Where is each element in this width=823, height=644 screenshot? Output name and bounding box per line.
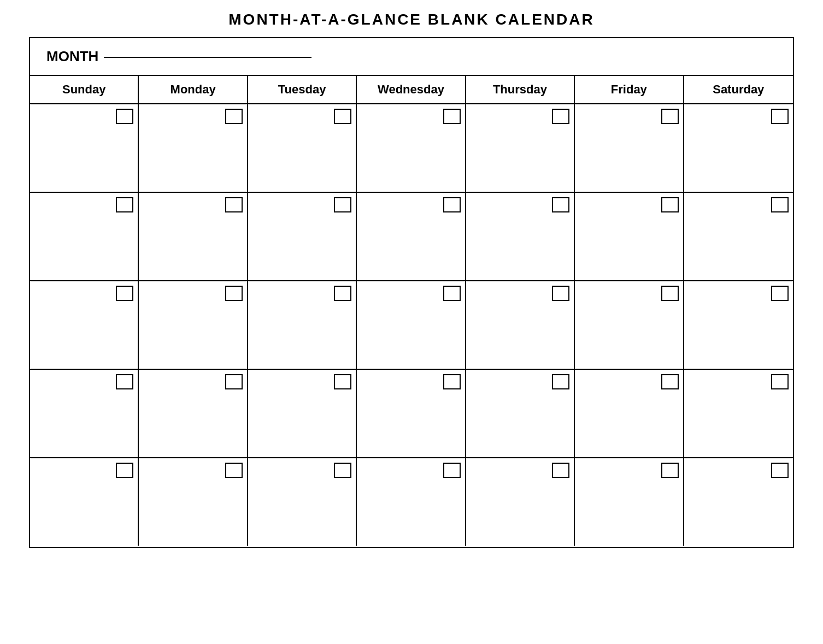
date-box[interactable] <box>552 463 569 478</box>
calendar-container: MONTH Sunday Monday Tuesday Wednesday Th… <box>29 37 794 548</box>
main-title: MONTH-AT-A-GLANCE BLANK CALENDAR <box>29 11 794 28</box>
date-box[interactable] <box>334 286 351 301</box>
date-box[interactable] <box>116 463 133 478</box>
cell-r4-c3[interactable] <box>248 370 357 457</box>
date-box[interactable] <box>443 109 461 124</box>
cell-r4-c5[interactable] <box>466 370 575 457</box>
cell-r1-c3[interactable] <box>248 104 357 192</box>
month-label: MONTH <box>46 48 98 65</box>
date-box[interactable] <box>334 109 351 124</box>
cell-r5-c4[interactable] <box>357 458 466 546</box>
date-box[interactable] <box>771 374 789 389</box>
date-box[interactable] <box>443 463 461 478</box>
cell-r5-c2[interactable] <box>139 458 248 546</box>
cell-r3-c1[interactable] <box>30 281 139 369</box>
calendar-row-1 <box>30 104 793 193</box>
date-box[interactable] <box>116 197 133 212</box>
day-header-sunday: Sunday <box>30 76 139 103</box>
date-box[interactable] <box>661 374 679 389</box>
cell-r4-c6[interactable] <box>575 370 684 457</box>
cell-r2-c3[interactable] <box>248 193 357 280</box>
cell-r4-c4[interactable] <box>357 370 466 457</box>
cell-r3-c3[interactable] <box>248 281 357 369</box>
calendar-row-5 <box>30 458 793 547</box>
date-box[interactable] <box>771 286 789 301</box>
date-box[interactable] <box>334 463 351 478</box>
date-box[interactable] <box>552 374 569 389</box>
date-box[interactable] <box>552 109 569 124</box>
cell-r2-c7[interactable] <box>684 193 793 280</box>
calendar-row-2 <box>30 193 793 281</box>
date-box[interactable] <box>116 374 133 389</box>
date-box[interactable] <box>334 197 351 212</box>
day-header-monday: Monday <box>139 76 248 103</box>
cell-r2-c5[interactable] <box>466 193 575 280</box>
cell-r4-c2[interactable] <box>139 370 248 457</box>
calendar-row-3 <box>30 281 793 370</box>
cell-r1-c1[interactable] <box>30 104 139 192</box>
date-box[interactable] <box>225 286 243 301</box>
month-header: MONTH <box>30 38 793 76</box>
date-box[interactable] <box>443 374 461 389</box>
date-box[interactable] <box>443 286 461 301</box>
date-box[interactable] <box>552 286 569 301</box>
cell-r2-c2[interactable] <box>139 193 248 280</box>
day-header-tuesday: Tuesday <box>248 76 357 103</box>
date-box[interactable] <box>771 463 789 478</box>
date-box[interactable] <box>661 463 679 478</box>
cell-r3-c6[interactable] <box>575 281 684 369</box>
cell-r2-c6[interactable] <box>575 193 684 280</box>
cell-r3-c7[interactable] <box>684 281 793 369</box>
date-box[interactable] <box>116 286 133 301</box>
cell-r3-c4[interactable] <box>357 281 466 369</box>
cell-r5-c7[interactable] <box>684 458 793 546</box>
date-box[interactable] <box>334 374 351 389</box>
day-header-saturday: Saturday <box>684 76 793 103</box>
date-box[interactable] <box>552 197 569 212</box>
cell-r5-c3[interactable] <box>248 458 357 546</box>
date-box[interactable] <box>116 109 133 124</box>
cell-r2-c4[interactable] <box>357 193 466 280</box>
cell-r5-c6[interactable] <box>575 458 684 546</box>
calendar-row-4 <box>30 370 793 458</box>
month-underline <box>104 57 311 58</box>
date-box[interactable] <box>225 197 243 212</box>
date-box[interactable] <box>225 374 243 389</box>
days-header: Sunday Monday Tuesday Wednesday Thursday… <box>30 76 793 104</box>
date-box[interactable] <box>443 197 461 212</box>
cell-r1-c2[interactable] <box>139 104 248 192</box>
date-box[interactable] <box>225 109 243 124</box>
cell-r2-c1[interactable] <box>30 193 139 280</box>
date-box[interactable] <box>661 109 679 124</box>
day-header-thursday: Thursday <box>466 76 575 103</box>
date-box[interactable] <box>661 197 679 212</box>
cell-r3-c5[interactable] <box>466 281 575 369</box>
cell-r4-c1[interactable] <box>30 370 139 457</box>
day-header-wednesday: Wednesday <box>357 76 466 103</box>
cell-r1-c5[interactable] <box>466 104 575 192</box>
calendar-grid <box>30 104 793 547</box>
cell-r4-c7[interactable] <box>684 370 793 457</box>
cell-r5-c1[interactable] <box>30 458 139 546</box>
cell-r1-c4[interactable] <box>357 104 466 192</box>
cell-r3-c2[interactable] <box>139 281 248 369</box>
date-box[interactable] <box>661 286 679 301</box>
date-box[interactable] <box>225 463 243 478</box>
cell-r5-c5[interactable] <box>466 458 575 546</box>
date-box[interactable] <box>771 109 789 124</box>
cell-r1-c6[interactable] <box>575 104 684 192</box>
cell-r1-c7[interactable] <box>684 104 793 192</box>
page: MONTH-AT-A-GLANCE BLANK CALENDAR MONTH S… <box>29 11 794 548</box>
day-header-friday: Friday <box>575 76 684 103</box>
date-box[interactable] <box>771 197 789 212</box>
